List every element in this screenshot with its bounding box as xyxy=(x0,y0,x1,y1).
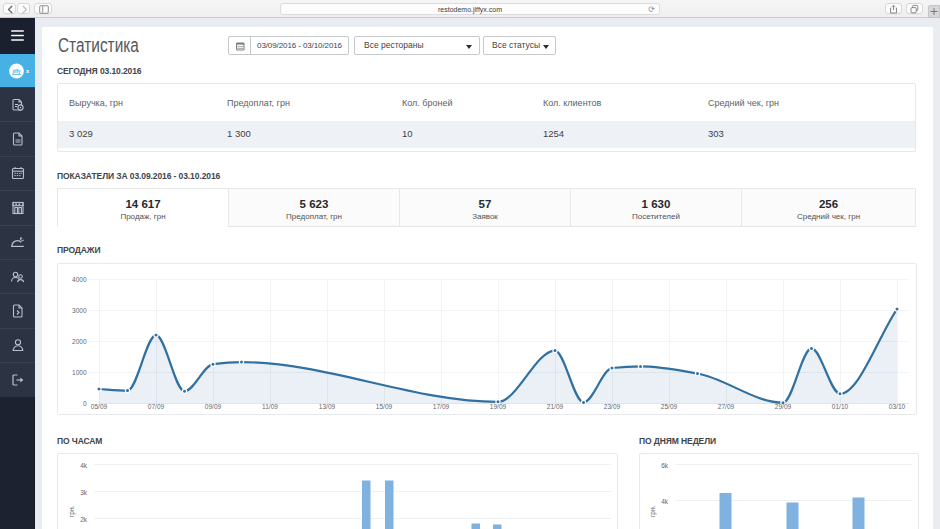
svg-text:грн.: грн. xyxy=(649,505,657,517)
svg-text:25/09: 25/09 xyxy=(661,403,678,410)
svg-text:4000: 4000 xyxy=(72,276,87,283)
svg-text:29/09: 29/09 xyxy=(775,403,792,410)
svg-text:11/09: 11/09 xyxy=(262,403,278,410)
svg-text:2000: 2000 xyxy=(72,338,87,345)
svg-text:01/10: 01/10 xyxy=(832,403,849,410)
svg-text:03/10: 03/10 xyxy=(889,403,906,410)
svg-text:19/09: 19/09 xyxy=(490,403,507,410)
svg-text:0: 0 xyxy=(83,400,87,407)
svg-text:6k: 6k xyxy=(661,462,669,469)
svg-text:23/09: 23/09 xyxy=(604,403,621,410)
svg-text:2k: 2k xyxy=(80,516,88,523)
svg-text:09/09: 09/09 xyxy=(205,403,222,410)
svg-text:грн.: грн. xyxy=(68,505,76,517)
svg-text:x: x xyxy=(26,68,30,74)
svg-text:4k: 4k xyxy=(80,462,88,469)
svg-text:05/09: 05/09 xyxy=(91,403,108,410)
svg-text:27/09: 27/09 xyxy=(718,403,735,410)
svg-text:4k: 4k xyxy=(661,498,669,505)
svg-text:17/09: 17/09 xyxy=(433,403,450,410)
svg-text:3000: 3000 xyxy=(72,307,87,314)
svg-text:jiffy: jiffy xyxy=(11,69,20,74)
svg-text:21/09: 21/09 xyxy=(547,403,564,410)
svg-text:07/09: 07/09 xyxy=(148,403,165,410)
svg-text:13/09: 13/09 xyxy=(319,403,336,410)
svg-text:3k: 3k xyxy=(80,489,88,496)
svg-text:1000: 1000 xyxy=(72,369,87,376)
svg-text:15/09: 15/09 xyxy=(376,403,393,410)
